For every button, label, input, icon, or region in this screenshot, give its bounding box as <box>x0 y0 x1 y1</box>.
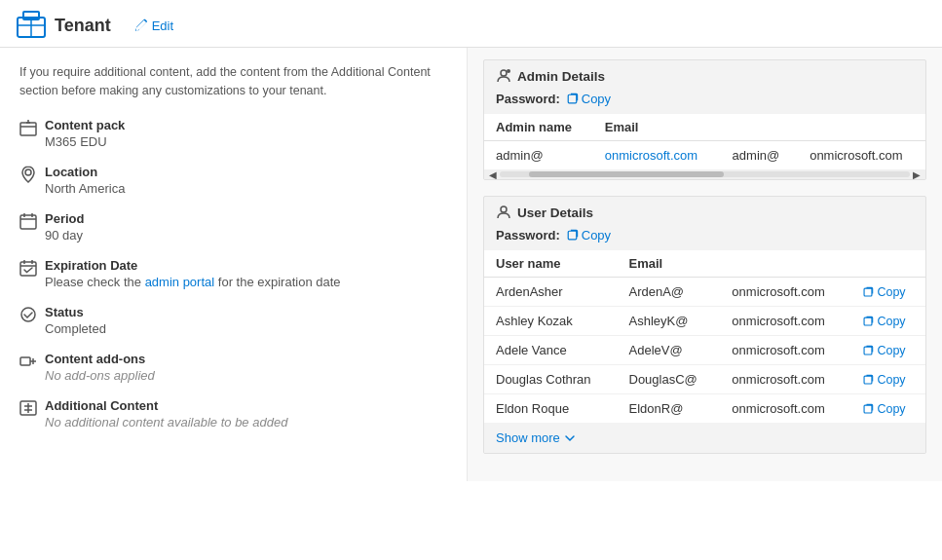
admin-scroll-bar[interactable]: ◀ ▶ <box>484 169 925 179</box>
user-row-2-email: AdeleV@ <box>618 336 721 365</box>
svg-rect-13 <box>20 262 36 276</box>
copy-row-0-button[interactable]: Copy <box>862 285 905 299</box>
user-row-3-copy[interactable]: Copy <box>850 365 925 394</box>
user-row-0-name: ArdenAsher <box>484 278 618 307</box>
user-col-domain <box>720 250 850 278</box>
scroll-thumb <box>529 171 724 177</box>
user-row-4-domain: onmicrosoft.com <box>720 394 850 424</box>
status-value: Completed <box>45 321 106 336</box>
copy-row-4-icon <box>862 403 874 415</box>
svg-point-26 <box>507 69 510 73</box>
admin-row-email2: admin@ <box>721 141 799 170</box>
expiration-label: Expiration Date <box>45 258 341 273</box>
admin-col-name: Admin name <box>484 114 593 141</box>
addons-value: No add-ons applied <box>45 368 155 383</box>
table-row: ArdenAsher ArdenA@ onmicrosoft.com Copy <box>484 278 925 307</box>
admin-row-name: admin@ <box>484 141 593 170</box>
scroll-track <box>500 171 910 177</box>
user-row-1-name: Ashley Kozak <box>484 307 618 336</box>
section-status: Status Completed <box>19 305 447 336</box>
user-row-2-domain: onmicrosoft.com <box>720 336 850 365</box>
copy-icon-user <box>566 229 579 242</box>
copy-row-1-label: Copy <box>877 315 905 328</box>
chevron-down-icon <box>564 432 576 444</box>
edit-icon <box>134 19 148 32</box>
addons-icon <box>19 353 37 370</box>
user-col-name: User name <box>484 250 618 278</box>
copy-row-3-icon <box>862 374 874 386</box>
admin-row-email3: onmicrosoft.com <box>798 141 925 170</box>
user-row-0-domain: onmicrosoft.com <box>720 278 850 307</box>
copy-row-2-button[interactable]: Copy <box>862 344 905 357</box>
user-col-email: Email <box>618 250 721 278</box>
user-password-label: Password: <box>496 228 560 243</box>
addons-label: Content add-ons <box>45 352 155 366</box>
copy-row-4-label: Copy <box>877 402 905 416</box>
user-row-2-name: Adele Vance <box>484 336 618 365</box>
copy-row-2-icon <box>862 345 874 356</box>
package-icon <box>19 119 37 136</box>
user-row-3-domain: onmicrosoft.com <box>720 365 850 394</box>
tenant-icon <box>16 10 47 41</box>
svg-point-27 <box>501 206 507 212</box>
user-row-4-email: EldonR@ <box>618 394 721 424</box>
admin-row-email-prefix: onmicrosoft.com <box>593 141 721 170</box>
user-table: User name Email ArdenAsher ArdenA@ onmic… <box>484 250 925 423</box>
admin-details-title: Admin Details <box>517 69 605 84</box>
additional-content-label: Additional Content <box>45 398 287 413</box>
user-row-4-copy[interactable]: Copy <box>850 394 925 424</box>
user-row-1-copy[interactable]: Copy <box>850 307 925 336</box>
additional-content-icon <box>19 399 37 417</box>
user-row-4-name: Eldon Roque <box>484 394 618 424</box>
copy-row-3-button[interactable]: Copy <box>862 373 905 387</box>
scroll-right-arrow[interactable]: ▶ <box>910 168 923 179</box>
table-row: Ashley Kozak AshleyK@ onmicrosoft.com Co… <box>484 307 925 336</box>
show-more-label: Show more <box>496 430 560 445</box>
user-row-0-email: ArdenA@ <box>618 278 721 307</box>
user-row-1-email: AshleyK@ <box>618 307 721 336</box>
section-location: Location North America <box>19 165 447 196</box>
period-icon <box>19 212 37 230</box>
copy-row-1-button[interactable]: Copy <box>862 315 905 328</box>
section-period: Period 90 day <box>19 211 447 243</box>
table-row: Adele Vance AdeleV@ onmicrosoft.com Copy <box>484 336 925 365</box>
table-row: Eldon Roque EldonR@ onmicrosoft.com Copy <box>484 394 925 424</box>
user-row-1-domain: onmicrosoft.com <box>720 307 850 336</box>
section-addons: Content add-ons No add-ons applied <box>19 352 447 383</box>
user-details-icon <box>496 205 511 220</box>
edit-button[interactable]: Edit <box>134 19 173 33</box>
period-label: Period <box>45 211 84 226</box>
admin-col-email3 <box>798 114 925 141</box>
content-pack-value: M365 EDU <box>45 134 125 149</box>
copy-row-0-label: Copy <box>877 285 905 299</box>
left-panel: If you require additional content, add t… <box>0 48 468 481</box>
svg-rect-4 <box>20 123 36 135</box>
period-value: 90 day <box>45 228 84 243</box>
svg-point-17 <box>21 308 35 321</box>
scroll-left-arrow[interactable]: ◀ <box>486 168 500 179</box>
copy-row-4-button[interactable]: Copy <box>862 402 905 416</box>
user-password-copy-button[interactable]: Copy <box>566 228 611 243</box>
admin-col-email2 <box>721 114 799 141</box>
status-label: Status <box>45 305 106 319</box>
page-title: Tenant <box>55 16 111 36</box>
show-more-row: Show more <box>484 423 925 453</box>
user-row-0-copy[interactable]: Copy <box>850 278 925 307</box>
svg-point-25 <box>501 70 507 76</box>
copy-icon <box>566 93 579 105</box>
content-pack-label: Content pack <box>45 118 125 132</box>
location-label: Location <box>45 165 125 179</box>
status-icon <box>19 306 37 323</box>
copy-row-1-icon <box>862 316 874 327</box>
user-col-action <box>850 250 925 278</box>
user-details-card: User Details Password: Copy User name Em… <box>483 196 926 454</box>
user-row-2-copy[interactable]: Copy <box>850 336 925 365</box>
admin-copy-label: Copy <box>582 92 611 106</box>
copy-row-0-icon <box>862 286 874 298</box>
admin-portal-link[interactable]: admin portal <box>145 275 215 289</box>
admin-details-card: Admin Details Password: Copy Admin name <box>483 59 926 180</box>
admin-password-copy-button[interactable]: Copy <box>566 92 611 106</box>
admin-col-email: Email <box>593 114 721 141</box>
show-more-button[interactable]: Show more <box>496 430 576 445</box>
admin-password-label: Password: <box>496 92 560 106</box>
